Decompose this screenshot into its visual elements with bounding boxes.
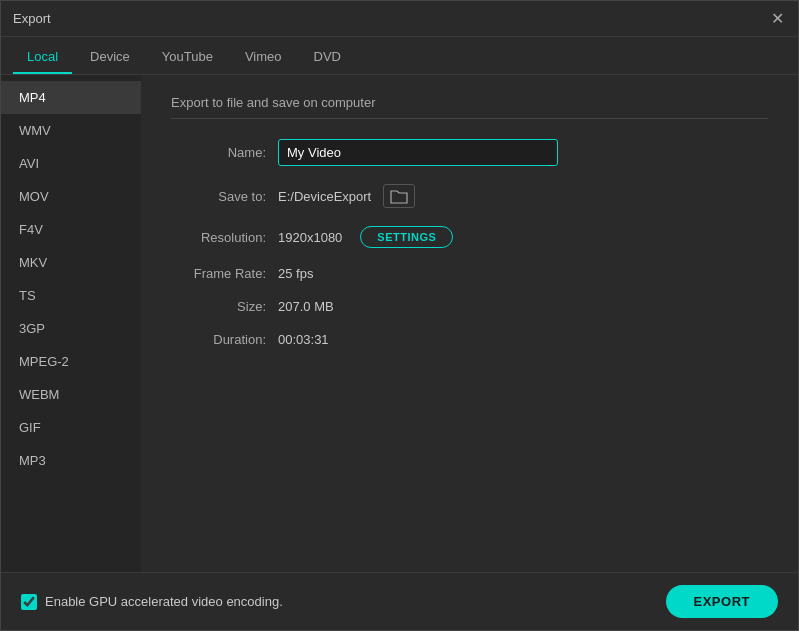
window-title: Export	[13, 11, 51, 26]
save-to-label: Save to:	[171, 189, 266, 204]
name-row: Name:	[171, 139, 768, 166]
tab-youtube[interactable]: YouTube	[148, 41, 227, 74]
tab-device[interactable]: Device	[76, 41, 144, 74]
duration-label: Duration:	[171, 332, 266, 347]
export-button[interactable]: EXPORT	[666, 585, 778, 618]
sidebar-item-3gp[interactable]: 3GP	[1, 312, 141, 345]
save-to-row-inner: E:/DeviceExport	[278, 184, 415, 208]
sidebar-item-webm[interactable]: WEBM	[1, 378, 141, 411]
save-to-row: Save to: E:/DeviceExport	[171, 184, 768, 208]
tab-bar: Local Device YouTube Vimeo DVD	[1, 37, 798, 75]
footer: Enable GPU accelerated video encoding. E…	[1, 572, 798, 630]
settings-button[interactable]: SETTINGS	[360, 226, 453, 248]
frame-rate-row: Frame Rate: 25 fps	[171, 266, 768, 281]
title-bar: Export ✕	[1, 1, 798, 37]
sidebar-item-mkv[interactable]: MKV	[1, 246, 141, 279]
duration-row: Duration: 00:03:31	[171, 332, 768, 347]
name-label: Name:	[171, 145, 266, 160]
format-sidebar: MP4 WMV AVI MOV F4V MKV TS 3GP MPEG-2 WE…	[1, 75, 141, 572]
sidebar-item-ts[interactable]: TS	[1, 279, 141, 312]
tab-dvd[interactable]: DVD	[300, 41, 355, 74]
tab-local[interactable]: Local	[13, 41, 72, 74]
resolution-row-inner: 1920x1080 SETTINGS	[278, 226, 453, 248]
size-label: Size:	[171, 299, 266, 314]
browse-folder-button[interactable]	[383, 184, 415, 208]
tab-vimeo[interactable]: Vimeo	[231, 41, 296, 74]
close-button[interactable]: ✕	[768, 10, 786, 28]
name-input[interactable]	[278, 139, 558, 166]
gpu-checkbox[interactable]	[21, 594, 37, 610]
gpu-label: Enable GPU accelerated video encoding.	[45, 594, 283, 609]
content-area: MP4 WMV AVI MOV F4V MKV TS 3GP MPEG-2 WE…	[1, 75, 798, 572]
folder-icon	[390, 188, 408, 204]
resolution-label: Resolution:	[171, 230, 266, 245]
duration-value: 00:03:31	[278, 332, 329, 347]
resolution-row: Resolution: 1920x1080 SETTINGS	[171, 226, 768, 248]
sidebar-item-f4v[interactable]: F4V	[1, 213, 141, 246]
sidebar-item-mpeg2[interactable]: MPEG-2	[1, 345, 141, 378]
sidebar-item-gif[interactable]: GIF	[1, 411, 141, 444]
resolution-value: 1920x1080	[278, 230, 342, 245]
main-panel: Export to file and save on computer Name…	[141, 75, 798, 572]
frame-rate-value: 25 fps	[278, 266, 313, 281]
sidebar-item-mov[interactable]: MOV	[1, 180, 141, 213]
panel-title: Export to file and save on computer	[171, 95, 768, 119]
gpu-row: Enable GPU accelerated video encoding.	[21, 594, 283, 610]
sidebar-item-mp4[interactable]: MP4	[1, 81, 141, 114]
sidebar-item-avi[interactable]: AVI	[1, 147, 141, 180]
sidebar-item-wmv[interactable]: WMV	[1, 114, 141, 147]
size-row: Size: 207.0 MB	[171, 299, 768, 314]
frame-rate-label: Frame Rate:	[171, 266, 266, 281]
save-to-path: E:/DeviceExport	[278, 189, 371, 204]
size-value: 207.0 MB	[278, 299, 334, 314]
sidebar-item-mp3[interactable]: MP3	[1, 444, 141, 477]
export-window: Export ✕ Local Device YouTube Vimeo DVD …	[0, 0, 799, 631]
